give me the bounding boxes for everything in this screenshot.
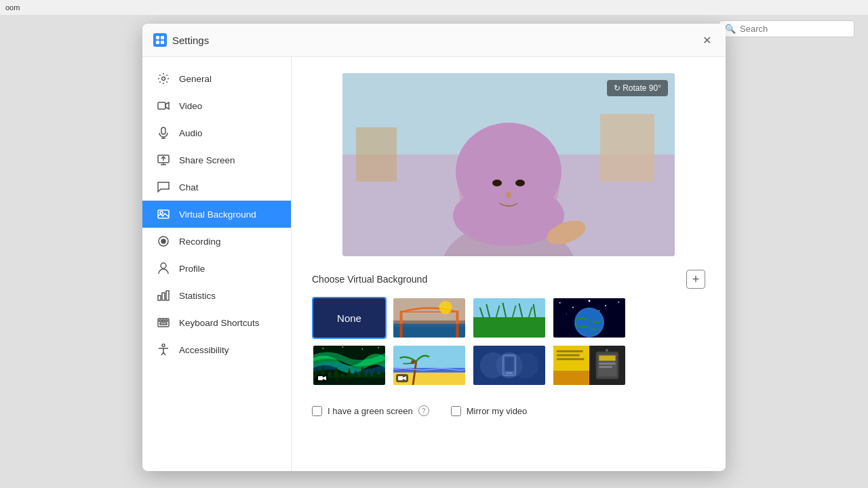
svg-rect-86	[557, 350, 583, 352]
general-icon	[156, 71, 171, 86]
svg-rect-8	[158, 210, 169, 218]
video-badge-aurora	[316, 374, 328, 382]
search-icon: 🔍	[725, 24, 736, 34]
search-input[interactable]	[740, 24, 848, 34]
sidebar-item-general[interactable]: General	[142, 65, 291, 92]
sidebar-item-video[interactable]: Video	[142, 92, 291, 119]
sidebar-label-virtual-background: Virtual Background	[179, 209, 256, 220]
taskbar: oom	[0, 0, 868, 15]
svg-rect-38	[393, 324, 465, 327]
svg-rect-85	[553, 371, 589, 386]
virtual-background-section: Choose Virtual Background + None None	[312, 270, 705, 386]
svg-point-60	[566, 314, 567, 314]
sidebar-item-share-screen[interactable]: Share Screen	[142, 146, 291, 174]
svg-point-32	[492, 180, 502, 186]
main-content: ↻ Rotate 90° Choose Virtual Background +…	[292, 57, 726, 471]
svg-rect-15	[166, 291, 169, 300]
sidebar-item-virtual-background[interactable]: Virtual Background	[142, 201, 291, 228]
green-screen-option[interactable]: I have a green screen ?	[312, 405, 429, 416]
bg-option-golden-gate[interactable]	[392, 297, 467, 339]
bg-zoom1-inner	[473, 346, 545, 385]
sidebar-label-statistics: Statistics	[179, 291, 216, 301]
choose-bg-label: Choose Virtual Background	[312, 274, 427, 285]
mirror-video-checkbox[interactable]	[451, 406, 461, 416]
svg-rect-3	[161, 41, 164, 44]
svg-point-66	[342, 346, 344, 348]
svg-point-67	[362, 348, 363, 350]
rotate-button[interactable]: ↻ Rotate 90°	[607, 80, 668, 96]
svg-rect-5	[158, 102, 165, 109]
bottom-options: I have a green screen ? Mirror my video	[312, 400, 705, 416]
audio-icon	[156, 125, 171, 140]
sidebar-item-audio[interactable]: Audio	[142, 119, 291, 146]
sidebar-item-statistics[interactable]: Statistics	[142, 282, 291, 309]
mirror-video-option[interactable]: Mirror my video	[451, 406, 528, 416]
svg-point-4	[162, 77, 165, 81]
green-screen-checkbox[interactable]	[312, 406, 322, 416]
svg-rect-94	[599, 366, 612, 368]
virtual-background-icon	[156, 207, 171, 222]
mirror-video-label: Mirror my video	[467, 406, 528, 416]
green-screen-label: I have a green screen	[328, 406, 413, 416]
svg-rect-19	[165, 320, 167, 322]
svg-rect-17	[159, 320, 161, 322]
bg-option-space[interactable]	[552, 297, 627, 339]
accessibility-icon	[156, 342, 171, 357]
sidebar-item-accessibility[interactable]: Accessibility	[142, 336, 291, 363]
svg-point-65	[323, 348, 324, 349]
search-bar[interactable]: 🔍	[719, 20, 854, 37]
svg-rect-87	[557, 354, 580, 357]
svg-rect-18	[163, 320, 165, 322]
svg-point-21	[162, 344, 165, 347]
svg-point-34	[506, 192, 511, 199]
svg-rect-81	[505, 357, 513, 371]
vbg-header: Choose Virtual Background +	[312, 270, 705, 289]
bg-option-grass[interactable]	[472, 297, 547, 339]
svg-rect-69	[318, 376, 323, 380]
bg-option-zoom2[interactable]	[552, 344, 627, 386]
sidebar-item-keyboard-shortcuts[interactable]: Keyboard Shortcuts	[142, 309, 291, 336]
sidebar-label-recording: Recording	[179, 237, 221, 247]
svg-rect-20	[160, 323, 167, 325]
svg-point-79	[513, 352, 539, 379]
bg-option-none[interactable]: None None	[312, 297, 387, 339]
svg-point-56	[572, 307, 574, 308]
green-screen-help-icon[interactable]: ?	[418, 405, 429, 416]
bg-option-zoom1[interactable]	[472, 344, 547, 386]
bg-option-aurora[interactable]	[312, 344, 387, 386]
bg-option-beach[interactable]	[392, 344, 467, 386]
video-preview: ↻ Rotate 90°	[342, 73, 675, 256]
chat-icon	[156, 180, 171, 195]
bg-golden-gate-inner	[393, 298, 465, 338]
recording-icon	[156, 234, 171, 249]
sidebar-item-recording[interactable]: Recording	[142, 228, 291, 255]
dialog-close-button[interactable]: ✕	[698, 32, 715, 48]
settings-dialog: Settings ✕ General	[142, 24, 726, 471]
dialog-title: Settings	[172, 35, 698, 46]
app-name: oom	[5, 3, 20, 12]
sidebar-item-chat[interactable]: Chat	[142, 174, 291, 201]
sidebar-label-keyboard-shortcuts: Keyboard Shortcuts	[179, 318, 260, 328]
dialog-body: General Video Audio	[142, 57, 726, 471]
sidebar-item-profile[interactable]: Profile	[142, 255, 291, 282]
svg-point-74	[411, 360, 415, 364]
profile-icon	[156, 261, 171, 276]
video-feed	[342, 73, 675, 256]
svg-rect-0	[156, 36, 159, 39]
bg-zoom2-inner	[553, 346, 625, 385]
svg-rect-13	[158, 296, 161, 300]
svg-rect-45	[473, 317, 545, 338]
svg-rect-2	[156, 41, 159, 44]
svg-point-59	[618, 302, 619, 303]
share-screen-icon	[156, 152, 171, 167]
bg-grass-inner	[473, 298, 545, 338]
svg-rect-14	[162, 293, 165, 300]
svg-point-43	[439, 301, 452, 314]
sidebar-label-chat: Chat	[179, 182, 199, 192]
svg-rect-42	[393, 298, 465, 324]
none-label: None	[337, 312, 361, 324]
add-background-button[interactable]: +	[686, 270, 705, 289]
svg-rect-92	[599, 356, 615, 361]
dialog-titlebar: Settings ✕	[142, 24, 726, 57]
bg-space-inner	[553, 298, 625, 338]
